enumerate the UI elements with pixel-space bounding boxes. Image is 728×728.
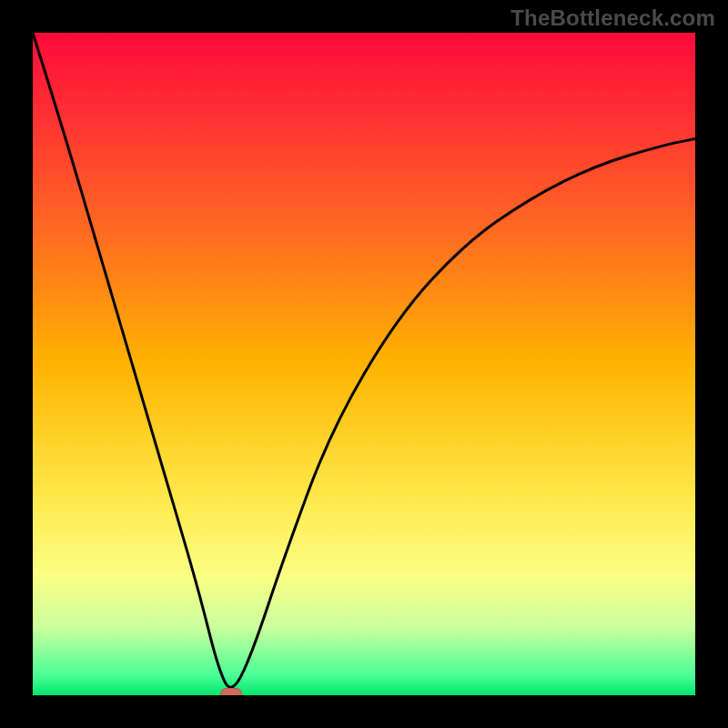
plot-area [33,33,695,695]
chart-frame: TheBottleneck.com [0,0,728,728]
optimal-point-marker [220,688,242,695]
watermark-text: TheBottleneck.com [511,5,715,31]
bottleneck-curve [33,33,695,695]
